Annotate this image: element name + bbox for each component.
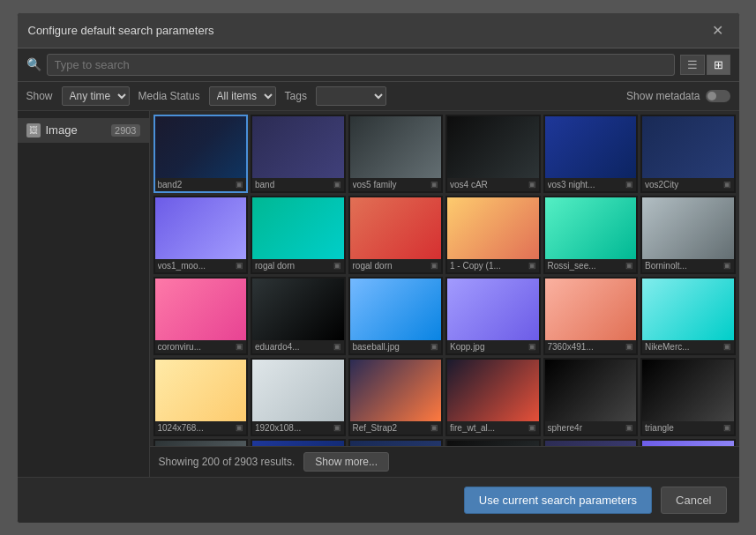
grid-item-icon: ▣ xyxy=(333,342,341,351)
grid-item[interactable]: 1024x768...▣ xyxy=(153,358,249,436)
list-view-button[interactable]: ☰ xyxy=(680,55,705,75)
grid-item[interactable]: vos3 night...▣ xyxy=(543,115,639,193)
show-more-button[interactable]: Show more... xyxy=(303,452,389,472)
grid-item[interactable]: vos2City▣ xyxy=(640,115,736,193)
grid-item-icon: ▣ xyxy=(430,180,438,189)
grid-item-icon: ▣ xyxy=(333,180,341,189)
grid-item[interactable]: Rossi_see...▣ xyxy=(543,196,639,274)
grid-item-label: fire_wt_al...▣ xyxy=(447,421,539,435)
grid-item-icon: ▣ xyxy=(333,261,341,270)
grid-item[interactable]: vos1_moo...▣ xyxy=(153,196,249,274)
media-status-select[interactable]: All items xyxy=(209,86,276,106)
grid-item[interactable]: band2▣ xyxy=(153,115,249,193)
configure-dialog: Configure default search parameters ✕ 🔍 … xyxy=(17,12,740,524)
use-current-button[interactable]: Use current search parameters xyxy=(464,487,652,514)
grid-item[interactable]: fire_wt_al...▣ xyxy=(445,358,541,436)
grid-item[interactable]: rogal dorn▣ xyxy=(348,196,444,274)
grid-item-icon: ▣ xyxy=(430,423,438,432)
grid-item-label: rogal dorn▣ xyxy=(252,259,344,272)
show-metadata-label: Show metadata xyxy=(626,90,700,102)
grid-item-label: rogal dorn▣ xyxy=(350,259,442,272)
grid-item-label: 1920x108...▣ xyxy=(252,421,344,435)
grid-item-icon: ▣ xyxy=(528,180,536,189)
grid-item-label: triangle▣ xyxy=(642,421,734,435)
sidebar: 🖼 Image 2903 xyxy=(18,111,150,477)
grid-item-label: Ref_Strap2▣ xyxy=(350,421,442,435)
grid-item-label: baseball.jpg▣ xyxy=(350,340,442,353)
grid-item[interactable]: eduardo4...▣ xyxy=(251,277,346,355)
grid-item[interactable]: sphere4r▣ xyxy=(543,358,639,436)
grid-item-icon: ▣ xyxy=(333,423,341,432)
grid-item[interactable]: ...▣ xyxy=(348,439,444,446)
grid-item[interactable]: ...▣ xyxy=(445,439,541,446)
grid-item[interactable]: ...▣ xyxy=(543,439,639,446)
image-icon: 🖼 xyxy=(26,123,41,137)
search-bar: 🔍 ☰ ⊞ xyxy=(18,48,739,82)
grid-item[interactable]: 7360x491...▣ xyxy=(543,277,639,355)
grid-item[interactable]: baseball.jpg▣ xyxy=(348,277,444,355)
main-grid-area: band2▣band▣vos5 family▣vos4 cAR▣vos3 nig… xyxy=(150,111,739,477)
grid-item-icon: ▣ xyxy=(723,180,731,189)
grid-item[interactable]: Ref_Strap2▣ xyxy=(348,358,444,436)
grid-item-label: 7360x491...▣ xyxy=(545,340,637,353)
grid-item-label: coronviru...▣ xyxy=(155,340,247,353)
search-input[interactable] xyxy=(47,54,675,76)
content-area: 🖼 Image 2903 band2▣band▣vos5 family▣vos4… xyxy=(18,111,739,477)
grid-item-label: vos3 night...▣ xyxy=(545,178,637,191)
grid-item[interactable]: 1920x108...▣ xyxy=(251,358,346,436)
grid-item-label: vos1_moo...▣ xyxy=(155,259,247,272)
grid-item-icon: ▣ xyxy=(430,342,438,351)
grid-item-icon: ▣ xyxy=(236,342,243,351)
grid-item-label: 1024x768...▣ xyxy=(155,421,247,435)
show-label: Show xyxy=(26,90,53,102)
grid-item-icon: ▣ xyxy=(528,261,536,270)
grid-item[interactable]: ...▣ xyxy=(153,439,249,446)
grid-item[interactable]: vos4 cAR▣ xyxy=(445,115,541,193)
grid-item-label: vos4 cAR▣ xyxy=(447,178,539,191)
grid-item[interactable]: triangle▣ xyxy=(640,358,736,436)
sidebar-item-image[interactable]: 🖼 Image 2903 xyxy=(18,118,149,143)
grid-item[interactable]: rogal dorn▣ xyxy=(251,196,346,274)
show-metadata-toggle[interactable] xyxy=(706,90,730,102)
toolbar: Show Any time Media Status All items Tag… xyxy=(18,82,739,111)
search-icon: 🔍 xyxy=(26,57,41,71)
grid-item[interactable]: Borninolt...▣ xyxy=(640,196,736,274)
grid-item[interactable]: NikeMerc...▣ xyxy=(640,277,736,355)
grid-item-label: eduardo4...▣ xyxy=(252,340,344,353)
grid-item[interactable]: band▣ xyxy=(251,115,346,193)
grid-item-icon: ▣ xyxy=(723,342,731,351)
tags-select[interactable] xyxy=(316,86,386,106)
grid-item-label: NikeMerc...▣ xyxy=(642,340,734,353)
tags-label: Tags xyxy=(285,90,307,102)
cancel-button[interactable]: Cancel xyxy=(661,487,726,514)
showing-text: Showing 200 of 2903 results. xyxy=(159,456,296,468)
grid-item-label: Borninolt...▣ xyxy=(642,259,734,272)
sidebar-item-label: Image xyxy=(46,123,78,137)
grid-item-label: 1 - Copy (1...▣ xyxy=(447,259,539,272)
grid-item-label: vos2City▣ xyxy=(642,178,734,191)
grid-item-icon: ▣ xyxy=(625,423,633,432)
grid-item-icon: ▣ xyxy=(625,180,633,189)
grid-item[interactable]: ...▣ xyxy=(640,439,736,446)
toolbar-right: Show metadata xyxy=(626,90,730,102)
image-grid: band2▣band▣vos5 family▣vos4 cAR▣vos3 nig… xyxy=(153,115,736,446)
grid-scroll[interactable]: band2▣band▣vos5 family▣vos4 cAR▣vos3 nig… xyxy=(150,111,739,446)
media-status-label: Media Status xyxy=(138,90,200,102)
grid-item-icon: ▣ xyxy=(625,261,633,270)
status-bar: Showing 200 of 2903 results. Show more..… xyxy=(150,446,739,477)
grid-item[interactable]: 1 - Copy (1...▣ xyxy=(445,196,541,274)
grid-item-icon: ▣ xyxy=(723,423,731,432)
grid-item[interactable]: coronviru...▣ xyxy=(153,277,249,355)
grid-item[interactable]: ...▣ xyxy=(251,439,346,446)
grid-item[interactable]: Kopp.jpg▣ xyxy=(445,277,541,355)
grid-item-icon: ▣ xyxy=(625,342,633,351)
grid-view-button[interactable]: ⊞ xyxy=(707,55,730,75)
close-button[interactable]: ✕ xyxy=(707,20,729,41)
grid-item-label: Rossi_see...▣ xyxy=(545,259,637,272)
time-select[interactable]: Any time xyxy=(62,86,130,106)
grid-item[interactable]: vos5 family▣ xyxy=(348,115,444,193)
grid-item-icon: ▣ xyxy=(236,423,243,432)
sidebar-item-count: 2903 xyxy=(111,124,139,137)
grid-item-icon: ▣ xyxy=(430,261,438,270)
grid-item-icon: ▣ xyxy=(236,180,243,189)
